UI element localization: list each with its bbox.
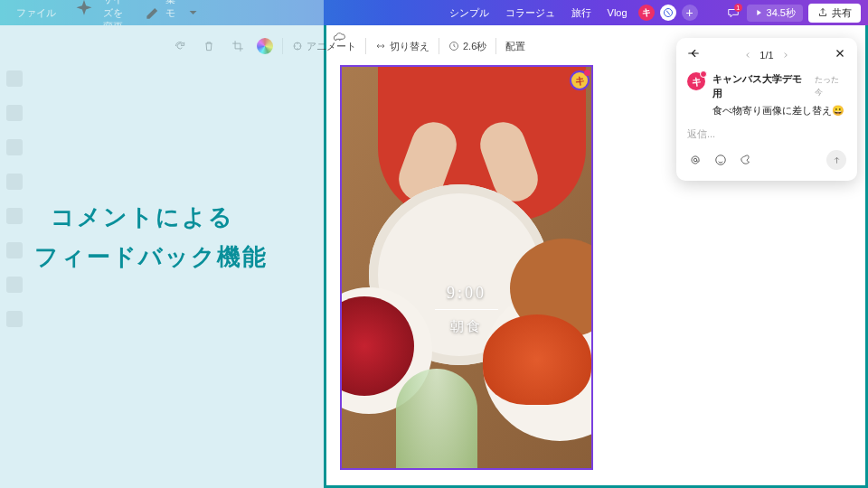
sparkle-icon — [69, 0, 99, 28]
comment-pager: 1/1 — [743, 50, 789, 61]
sidebar-slot[interactable] — [6, 174, 23, 190]
crop-button[interactable] — [228, 36, 248, 56]
design-canvas[interactable]: 9:00 朝食 — [340, 65, 593, 470]
position-label: 配置 — [505, 40, 525, 53]
chevron-left-icon[interactable] — [743, 51, 752, 60]
resize-label: サイズを変更 — [103, 0, 132, 33]
comments-button[interactable]: 1 — [725, 5, 741, 21]
canva-logo-badge — [660, 5, 676, 21]
style-travel[interactable]: 旅行 — [566, 5, 597, 22]
play-button[interactable]: 34.5秒 — [747, 5, 803, 22]
user-avatar-badge[interactable]: キ — [638, 5, 655, 21]
menu-file-label: ファイル — [16, 6, 56, 20]
style-vlog[interactable]: Vlog — [602, 5, 633, 20]
sidebar-slot[interactable] — [6, 105, 23, 121]
play-duration: 34.5秒 — [767, 6, 796, 20]
svg-point-3 — [693, 159, 697, 163]
transition-button[interactable]: 切り替え — [375, 40, 429, 53]
arrow-up-icon — [832, 155, 842, 165]
separator — [439, 38, 439, 54]
headline-line2: フィードバック機能 — [34, 237, 268, 277]
refresh-icon — [174, 40, 186, 52]
mention-button[interactable] — [687, 152, 703, 168]
analytics-button[interactable] — [703, 5, 720, 21]
duration-label: 2.6秒 — [463, 40, 486, 53]
sidebar-slot[interactable] — [6, 311, 23, 327]
clock-icon — [448, 41, 459, 52]
motion-icon — [292, 41, 303, 52]
separator — [495, 38, 496, 54]
chart-icon — [705, 6, 718, 19]
transition-icon — [375, 41, 386, 52]
overlay-time: 9:00 — [342, 284, 591, 303]
slide-headline: コメントによる フィードバック機能 — [34, 197, 268, 277]
comment-pin[interactable]: キ — [570, 70, 590, 90]
svg-point-4 — [716, 155, 726, 165]
sidebar-slot[interactable] — [6, 208, 23, 224]
add-member-button[interactable]: + — [682, 5, 698, 21]
transition-label: 切り替え — [390, 40, 429, 53]
close-button[interactable] — [834, 47, 846, 63]
sidebar-slot[interactable] — [6, 139, 23, 155]
separator — [365, 38, 366, 54]
color-picker[interactable] — [257, 38, 273, 54]
duration-button[interactable]: 2.6秒 — [448, 40, 486, 53]
back-button[interactable] — [687, 47, 700, 63]
comment-body: キャンバス大学デモ用たった今 食べ物寄り画像に差し替え😀 — [712, 72, 846, 117]
context-toolbar: アニメート 切り替え 2.6秒 配置 — [170, 36, 525, 56]
pencil-icon — [145, 4, 162, 21]
panel-header: 1/1 — [687, 47, 846, 63]
comment-text: 食べ物寄り画像に差し替え😀 — [712, 103, 846, 118]
share-label: 共有 — [832, 6, 852, 20]
left-sidebar — [0, 63, 29, 479]
at-icon — [689, 154, 702, 166]
close-icon — [834, 47, 846, 60]
refresh-button[interactable] — [170, 36, 190, 56]
breakfast-photo: 9:00 朝食 — [342, 67, 591, 468]
emoji-button[interactable] — [712, 152, 729, 168]
trash-icon — [203, 40, 215, 52]
delete-button[interactable] — [199, 36, 219, 56]
comment-avatar: キ — [687, 72, 705, 90]
reply-field-wrap — [687, 125, 846, 141]
animate-button[interactable]: アニメート — [292, 40, 356, 53]
overlay-divider — [342, 309, 591, 310]
panel-actions — [687, 150, 846, 170]
notif-badge: 1 — [734, 4, 742, 12]
arrow-left-icon — [687, 47, 700, 60]
separator — [282, 38, 283, 54]
headline-line1: コメントによる — [34, 197, 268, 237]
crop-icon — [231, 40, 244, 52]
sidebar-slot[interactable] — [6, 242, 23, 258]
share-icon — [817, 7, 828, 18]
sticker-icon — [740, 154, 752, 166]
animate-label: アニメート — [307, 40, 356, 53]
chevron-down-icon — [184, 4, 202, 21]
sidebar-slot[interactable] — [6, 70, 23, 87]
grin-emoji: 😀 — [832, 105, 844, 116]
top-bar: ファイル サイズを変更 編集モード シンプル コラージュ 旅行 Vlog キ +… — [0, 0, 868, 25]
menu-file[interactable]: ファイル — [16, 6, 56, 20]
comment-author: キャンバス大学デモ用 — [712, 72, 809, 101]
comment-panel: 1/1 キ キャンバス大学デモ用たった今 食べ物寄り画像に差し替え😀 — [676, 38, 857, 181]
overlay-label: 朝食 — [342, 318, 591, 335]
play-icon — [754, 8, 763, 17]
topbar-right: シンプル コラージュ 旅行 Vlog キ + 1 34.5秒 共有 — [444, 4, 868, 23]
style-collage[interactable]: コラージュ — [500, 5, 561, 22]
position-button[interactable]: 配置 — [505, 40, 525, 53]
smile-icon — [714, 154, 727, 166]
comment-time: たった今 — [815, 74, 846, 99]
sidebar-slot[interactable] — [6, 277, 23, 293]
share-button[interactable]: 共有 — [808, 4, 861, 23]
chevron-right-icon[interactable] — [781, 51, 790, 60]
resize-button[interactable]: サイズを変更 — [69, 0, 132, 33]
sticker-button[interactable] — [738, 152, 754, 168]
reply-input[interactable] — [687, 128, 846, 139]
comment-item: キ キャンバス大学デモ用たった今 食べ物寄り画像に差し替え😀 — [687, 72, 846, 117]
style-simple[interactable]: シンプル — [444, 5, 495, 22]
page-indicator: 1/1 — [760, 50, 773, 61]
send-button[interactable] — [826, 150, 846, 170]
